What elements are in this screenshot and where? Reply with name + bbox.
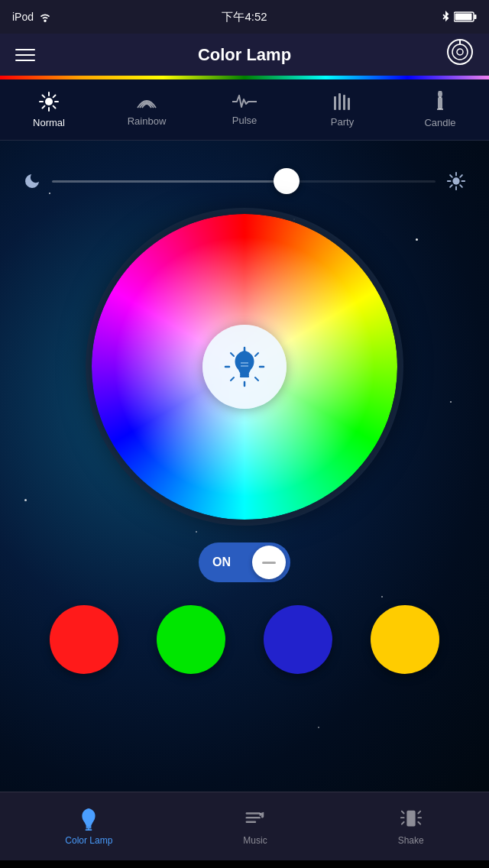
mode-tabs: Normal Rainbow Pulse Party Cand: [0, 79, 489, 141]
tab-candle-label: Candle: [424, 117, 455, 128]
status-time: 下午4:52: [222, 10, 267, 24]
svg-line-31: [450, 185, 452, 187]
status-bar: iPod 下午4:52: [0, 0, 489, 34]
main-content: ON: [0, 141, 489, 792]
tab-party-label: Party: [331, 116, 354, 128]
sun-bright-icon: [446, 171, 466, 191]
svg-rect-41: [240, 375, 249, 377]
svg-line-29: [460, 185, 462, 187]
svg-rect-45: [86, 827, 92, 828]
color-presets: [0, 598, 489, 689]
svg-line-38: [255, 353, 258, 356]
tab-normal[interactable]: Normal: [0, 85, 98, 134]
svg-line-15: [43, 106, 45, 108]
settings-button[interactable]: [446, 38, 474, 71]
tab-pulse-label: Pulse: [232, 115, 257, 126]
bulb-icon: [222, 344, 267, 390]
page-title: Color Lamp: [198, 45, 291, 65]
svg-rect-44: [86, 824, 92, 826]
svg-line-28: [450, 175, 452, 177]
svg-line-57: [418, 821, 420, 824]
tab-pulse[interactable]: Pulse: [196, 87, 293, 132]
svg-rect-18: [343, 95, 345, 110]
svg-point-7: [45, 98, 53, 105]
bottom-tab-music[interactable]: Music: [220, 802, 290, 852]
svg-point-23: [452, 177, 459, 184]
bluetooth-icon: [442, 11, 449, 23]
svg-line-13: [53, 106, 56, 108]
toggle-on-label: ON: [212, 555, 231, 569]
toggle-row: ON: [0, 527, 489, 598]
tab-rainbow[interactable]: Rainbow: [98, 86, 196, 133]
svg-line-36: [231, 353, 234, 356]
power-toggle[interactable]: ON: [199, 542, 290, 582]
device-label: iPod: [12, 11, 34, 23]
svg-line-30: [460, 175, 462, 177]
pulse-icon: [232, 93, 257, 110]
brightness-slider-row: [0, 141, 489, 206]
status-left: iPod: [12, 11, 52, 23]
svg-rect-2: [455, 14, 472, 21]
candle-icon: [432, 91, 449, 112]
bottom-tab-shake-label: Shake: [398, 835, 424, 846]
bottom-tab-bar: Color Lamp Music Shake: [0, 792, 489, 860]
svg-rect-16: [334, 96, 336, 110]
preset-green[interactable]: [157, 605, 225, 674]
tab-normal-label: Normal: [33, 117, 65, 128]
bottom-tab-color-lamp-label: Color Lamp: [65, 835, 112, 846]
svg-line-14: [53, 96, 56, 98]
battery-icon: [454, 11, 477, 23]
svg-line-12: [43, 96, 45, 98]
bottom-tab-color-lamp[interactable]: Color Lamp: [42, 802, 135, 852]
nav-bar: Color Lamp: [0, 34, 489, 76]
color-wheel-wrapper[interactable]: [92, 214, 397, 520]
brightness-slider[interactable]: [52, 180, 436, 183]
bottom-tab-music-label: Music: [243, 835, 267, 846]
party-icon: [331, 92, 354, 112]
svg-rect-1: [474, 15, 477, 19]
svg-rect-51: [406, 810, 415, 826]
tab-candle[interactable]: Candle: [391, 85, 489, 134]
svg-line-54: [401, 821, 403, 824]
toggle-thumb: [252, 546, 286, 579]
menu-button[interactable]: [15, 49, 35, 61]
music-icon: [243, 808, 267, 831]
svg-rect-17: [338, 93, 341, 110]
svg-line-37: [255, 377, 258, 381]
svg-rect-19: [348, 98, 350, 110]
svg-point-20: [438, 91, 442, 98]
rainbow-icon: [136, 92, 157, 111]
color-wheel-center-button[interactable]: [202, 325, 287, 409]
preset-blue[interactable]: [264, 605, 332, 674]
status-right: [442, 11, 477, 23]
preset-red[interactable]: [50, 605, 118, 674]
tab-rainbow-label: Rainbow: [128, 115, 167, 127]
sun-icon: [38, 91, 60, 112]
color-wheel-container: [0, 206, 489, 527]
svg-line-52: [401, 811, 403, 813]
svg-rect-40: [240, 373, 249, 375]
svg-line-39: [231, 377, 234, 381]
svg-point-5: [457, 49, 463, 55]
wifi-icon: [38, 11, 52, 22]
moon-icon: [23, 172, 41, 190]
svg-line-55: [418, 811, 420, 813]
preset-yellow[interactable]: [371, 605, 439, 674]
bottom-tab-shake[interactable]: Shake: [375, 802, 447, 852]
tab-party[interactable]: Party: [293, 86, 391, 134]
shake-icon: [399, 808, 423, 831]
lamp-icon: [76, 808, 101, 831]
toggle-thumb-indicator: [262, 562, 276, 564]
svg-rect-21: [438, 97, 442, 109]
svg-point-4: [452, 44, 468, 60]
